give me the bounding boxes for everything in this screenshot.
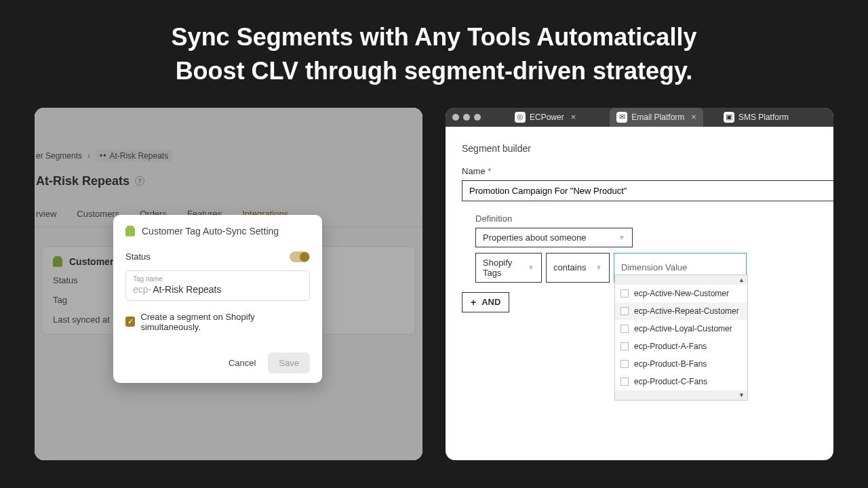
shopify-icon (125, 226, 135, 237)
dropdown-option[interactable]: ecp-Active-Repeat-Customer (615, 302, 747, 320)
checkbox[interactable] (620, 325, 629, 333)
tag-name-input[interactable] (153, 284, 302, 295)
close-icon[interactable]: × (571, 112, 576, 122)
headline-line1: Sync Segments with Any Tools Automatical… (0, 20, 868, 54)
add-and-condition-button[interactable]: + AND (462, 292, 509, 312)
scroll-up-icon[interactable]: ▲ (615, 275, 747, 285)
browser-tab-email[interactable]: ✉ Email Platform × (610, 108, 703, 127)
definition-select[interactable]: Properties about someone ▼ (475, 228, 633, 247)
tag-prefix: ecp- (133, 284, 151, 295)
ecpower-icon: ◎ (515, 112, 526, 123)
operator-select[interactable]: contains ▼ (546, 253, 610, 283)
chevron-down-icon: ▼ (528, 264, 534, 271)
close-icon[interactable]: × (691, 112, 696, 122)
checkbox[interactable] (620, 307, 629, 315)
dropdown-option[interactable]: ecp-Product-A-Fans (615, 338, 747, 355)
tag-name-label: Tag name (133, 275, 302, 283)
browser-tab-sms[interactable]: ▣ SMS Platform (717, 108, 795, 127)
checkbox[interactable] (620, 360, 629, 368)
headline-line2: Boost CLV through segment-driven strateg… (0, 54, 868, 88)
field-select[interactable]: Shopify Tags ▼ (475, 253, 542, 283)
left-panel: er Segments › •• At-Risk Repeats At-Risk… (35, 108, 422, 460)
create-segment-checkbox[interactable]: ✓ (125, 317, 135, 327)
checkbox[interactable] (620, 289, 629, 298)
auto-sync-modal: Customer Tag Auto-Sync Setting Status Ta… (113, 215, 322, 383)
definition-label: Definition (475, 214, 817, 224)
cancel-button[interactable]: Cancel (226, 352, 258, 373)
right-panel: ◎ ECPower × ✉ Email Platform × ▣ SMS Pla… (446, 108, 833, 460)
checkbox[interactable] (620, 378, 629, 386)
window-titlebar: ◎ ECPower × ✉ Email Platform × ▣ SMS Pla… (446, 108, 833, 127)
save-button[interactable]: Save (268, 352, 310, 373)
required-indicator: * (488, 166, 491, 176)
modal-status-label: Status (125, 251, 151, 262)
scroll-down-icon[interactable]: ▼ (615, 390, 747, 400)
headline: Sync Segments with Any Tools Automatical… (0, 0, 868, 89)
chevron-down-icon: ▼ (618, 234, 625, 241)
dimension-value-dropdown: ▲ ecp-Active-New-Customer ecp-Active-Rep… (614, 274, 748, 401)
dropdown-option[interactable]: ecp-Product-B-Fans (615, 355, 747, 373)
segment-builder-title: Segment builder (462, 143, 817, 154)
mail-icon: ✉ (616, 112, 627, 123)
status-toggle[interactable] (290, 251, 310, 262)
dropdown-option[interactable]: ecp-Active-New-Customer (615, 285, 747, 302)
plus-icon: + (471, 297, 476, 308)
tag-name-input-wrap[interactable]: Tag name ecp- (125, 270, 310, 301)
modal-title-text: Customer Tag Auto-Sync Setting (142, 226, 279, 237)
checkbox-label: Create a segment on Shopify simultaneous… (140, 312, 310, 332)
name-label: Name (462, 166, 486, 176)
chevron-down-icon: ▼ (595, 264, 602, 271)
segment-name-input[interactable] (462, 180, 833, 201)
dropdown-option[interactable]: ecp-Product-C-Fans (615, 373, 747, 390)
browser-tab-ecpower[interactable]: ◎ ECPower × (508, 108, 583, 127)
checkbox[interactable] (620, 342, 629, 350)
chat-icon: ▣ (724, 112, 734, 123)
mac-window-controls[interactable] (452, 114, 481, 121)
dropdown-option[interactable]: ecp-Active-Loyal-Customer (615, 320, 747, 338)
